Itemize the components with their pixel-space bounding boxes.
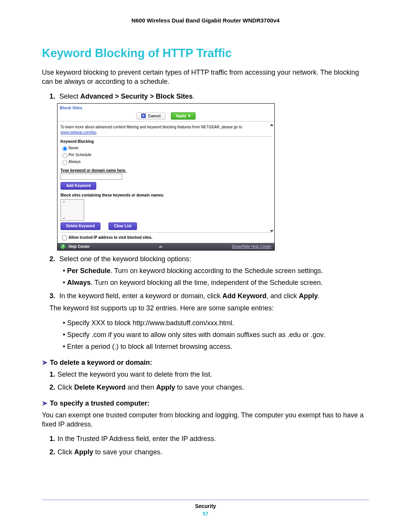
scroll-down-icon[interactable] <box>270 230 274 232</box>
step-number: 1. <box>49 435 55 443</box>
step3-ex3: Enter a period (.) to block all Internet… <box>63 342 369 351</box>
radio-always[interactable]: Always <box>61 159 271 165</box>
help-center-label: Help Center <box>68 244 90 249</box>
arrow-right-icon <box>189 114 191 117</box>
radio-always-input[interactable] <box>62 160 67 165</box>
step3-ex1: Specify XXX to block http://www.badstuff… <box>63 318 369 328</box>
procA-s2-b2: Apply <box>156 383 175 391</box>
step3-mid: , and click <box>266 292 299 300</box>
step3-post: . <box>318 292 320 300</box>
apply-button[interactable]: Apply <box>171 112 196 120</box>
footer-section: Security <box>42 503 369 509</box>
step-number: 3. <box>49 292 55 300</box>
proc-delete-title: To delete a keyword or domain: <box>50 359 152 366</box>
step-number: 1. <box>49 93 55 100</box>
radio-never-input[interactable] <box>62 146 67 151</box>
device-header: N600 Wireless Dual Band Gigabit Router W… <box>42 17 369 24</box>
step3-pre: In the keyword field, enter a keyword or… <box>59 292 222 300</box>
ex2-text: Specify .com if you want to allow only s… <box>67 331 325 339</box>
procA-s2-pre: Click <box>57 383 74 391</box>
procA-s1-text: Select the keyword you want to delete fr… <box>57 371 212 378</box>
procB-s2-pre: Click <box>57 448 74 456</box>
step-number: 1. <box>49 371 55 378</box>
close-icon: ✕ <box>141 113 146 118</box>
block-sites-screenshot: Block Sites ✕ Cancel Apply To learn more… <box>57 103 275 251</box>
arrow-icon: ➤ <box>42 399 48 407</box>
step1-prefix: Select <box>59 93 80 100</box>
step2-text: Select one of the keyword blocking optio… <box>59 255 191 263</box>
step-number: 2. <box>49 383 55 391</box>
procB-s2-b1: Apply <box>74 448 93 456</box>
help-bar: ? Help Center Show/Hide Help Center <box>57 243 274 251</box>
step3-apply: Apply <box>299 292 318 300</box>
add-keyword-button[interactable]: Add Keyword <box>61 182 96 190</box>
step-3: 3. In the keyword field, enter a keyword… <box>49 291 369 351</box>
footer-page-number: 57 <box>42 511 369 517</box>
radio-per-schedule[interactable]: Per Schedule <box>61 152 271 158</box>
footer-rule <box>42 500 369 500</box>
proc-trusted-heading: ➤To specify a trusted computer: <box>42 399 369 407</box>
screenshot-toolbar: ✕ Cancel Apply <box>57 112 274 122</box>
cancel-label: Cancel <box>148 113 161 119</box>
type-keyword-label: Type keyword or domain name here. <box>61 168 271 173</box>
radio-sched-input[interactable] <box>62 153 67 158</box>
step1-suffix: . <box>193 93 194 100</box>
keyword-blocking-radios: Never Per Schedule Always <box>61 145 271 165</box>
proc-trusted-title: To specify a trusted computer: <box>50 399 150 407</box>
procA-s2-post: to save your changes. <box>175 383 244 391</box>
info-line: To learn more about advanced content fil… <box>61 123 271 137</box>
delete-keyword-button[interactable]: Delete Keyword <box>61 222 100 230</box>
step3-supports: The keyword list supports up to 32 entri… <box>49 304 369 313</box>
arrow-icon: ➤ <box>42 359 48 366</box>
info-suffix: . <box>97 130 98 134</box>
block-list-box[interactable]: ▴ ▾ <box>61 199 84 221</box>
list-up-icon[interactable]: ▴ <box>62 200 66 203</box>
procB-step1: 1.In the Trusted IP Address field, enter… <box>49 434 369 443</box>
step3-add-keyword: Add Keyword <box>222 292 266 300</box>
section-title: Keyword Blocking of HTTP Traffic <box>42 46 369 60</box>
step2-bullet-always: Always. Turn on keyword blocking all the… <box>63 278 369 288</box>
radio-always-label: Always <box>68 159 81 163</box>
allow-trusted-checkbox[interactable] <box>62 235 67 240</box>
procB-s1-text: In the Trusted IP Address field, enter t… <box>57 435 216 443</box>
step-number: 2. <box>49 448 55 456</box>
radio-sched-label: Per Schedule <box>68 152 91 157</box>
chevron-up-icon[interactable] <box>158 246 163 248</box>
keyword-input[interactable] <box>61 174 122 180</box>
step-number: 2. <box>49 255 55 263</box>
procA-step1: 1.Select the keyword you want to delete … <box>49 370 369 379</box>
step2-bullet-per-schedule: Per Schedule. Turn on keyword blocking a… <box>63 266 369 276</box>
procB-step2: 2.Click Apply to save your changes. <box>49 447 369 457</box>
clear-list-button[interactable]: Clear List <box>108 222 137 230</box>
radio-never-label: Never <box>68 145 79 150</box>
list-down-icon[interactable]: ▾ <box>62 217 66 220</box>
cancel-button[interactable]: ✕ Cancel <box>136 112 166 120</box>
always-bold: Always <box>67 279 91 286</box>
proc-trusted-intro: You can exempt one trusted computer from… <box>42 411 369 429</box>
info-prefix: To learn more about advanced content fil… <box>61 125 242 129</box>
procA-step2: 2.Click Delete Keyword and then Apply to… <box>49 383 369 392</box>
keyword-blocking-heading: Keyword Blocking <box>61 139 271 144</box>
procB-s2-post: to save your changes. <box>93 448 162 456</box>
apply-label: Apply <box>176 113 186 119</box>
ex3-text: Enter a period (.) to block all Internet… <box>67 343 232 350</box>
proc-delete-heading: ➤To delete a keyword or domain: <box>42 358 369 367</box>
block-list-label: Block sites containing these keywords or… <box>61 193 271 198</box>
show-hide-help-link[interactable]: Show/Hide Help Center <box>232 244 272 249</box>
step3-ex2: Specify .com if you want to allow only s… <box>63 330 369 340</box>
procA-s2-b1: Delete Keyword <box>74 383 126 391</box>
panel-title: Block Sites <box>57 104 274 112</box>
radio-never[interactable]: Never <box>61 145 271 151</box>
step-1: 1. Select Advanced > Security > Block Si… <box>49 92 369 251</box>
page-footer: Security 57 <box>42 500 369 517</box>
allow-trusted-row: Allow trusted IP address to visit blocke… <box>61 232 271 243</box>
ex1-text: Specify XXX to block http://www.badstuff… <box>67 319 234 327</box>
intro-paragraph: Use keyword blocking to prevent certain … <box>42 68 369 86</box>
step1-path: Advanced > Security > Block Sites <box>80 93 193 100</box>
step-2: 2. Select one of the keyword blocking op… <box>49 254 369 288</box>
allow-trusted-label: Allow trusted IP address to visit blocke… <box>68 235 152 240</box>
info-link[interactable]: www.netgear.com/lpc <box>61 130 97 134</box>
scroll-up-icon[interactable] <box>270 124 274 126</box>
procA-s2-mid: and then <box>126 383 156 391</box>
help-icon[interactable]: ? <box>61 244 65 249</box>
